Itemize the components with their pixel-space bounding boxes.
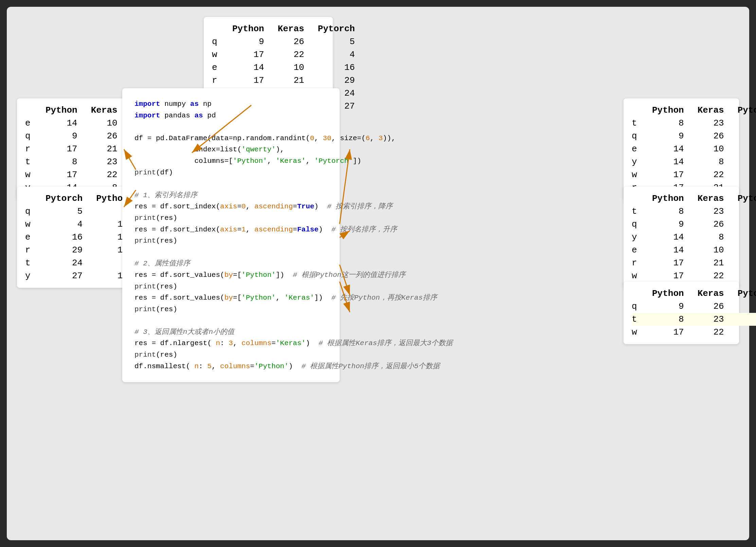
code-line: print(res) xyxy=(134,281,327,293)
table-row: w17224 xyxy=(632,326,756,339)
table-row: e141016 xyxy=(632,143,756,155)
table-row: q9265 xyxy=(212,35,362,48)
code-line: df = pd.DataFrame(data=np.random.randint… xyxy=(134,133,327,144)
main-background: Python Keras Pytorch q9265 w17224 e14101… xyxy=(7,7,749,540)
code-block: import numpy as np import pandas as pd d… xyxy=(122,88,340,382)
code-line: res = df.sort_index(axis=0, ascending=Tr… xyxy=(134,201,327,212)
code-line: df.nsmallest( n: 5, columns='Python') # … xyxy=(134,361,327,372)
code-line: # 3、返回属性n大或者n小的值 xyxy=(134,326,327,338)
code-line: # 2、属性值排序 xyxy=(134,258,327,269)
table-middle-left: Python Keras Pytorch e141016 q9265 r1721… xyxy=(17,98,132,200)
table-row: q9265 xyxy=(632,218,756,231)
code-line: res = df.sort_values(by=['Python']) # 根据… xyxy=(134,269,327,281)
code-line: res = df.sort_index(axis=1, ascending=Fa… xyxy=(134,224,327,235)
table-right-middle: Python Keras Pytorch t82324 q9265 y14827… xyxy=(624,187,739,288)
code-line: index=list('qwerty'), xyxy=(134,144,327,155)
table-row: t82324 xyxy=(632,117,756,130)
table-row: q9265 xyxy=(632,130,756,143)
code-line xyxy=(134,178,327,190)
table-row: q9265 xyxy=(632,300,756,313)
table-bottom-left: Pytorch Python Keras q5926 w41722 e16141… xyxy=(17,187,132,288)
code-line: print(res) xyxy=(134,304,327,315)
table-row: e141016 xyxy=(212,61,362,74)
code-line: # 1、索引列名排序 xyxy=(134,190,327,201)
table-right-bottom: Python Keras Pytorch q9265 t82324 w17224 xyxy=(624,282,739,344)
table-row: e141016 xyxy=(632,244,756,257)
table-row: y14827 xyxy=(632,155,756,168)
code-line xyxy=(134,121,327,133)
code-line: res = df.sort_values(by=['Python', 'Kera… xyxy=(134,292,327,304)
code-line: print(res) xyxy=(134,212,327,224)
table-row: w17224 xyxy=(212,48,362,61)
table-row: t82324 xyxy=(632,313,756,326)
table-row: w17224 xyxy=(632,269,756,282)
code-line: columns=['Python', 'Keras', 'Pytorch']) xyxy=(134,155,327,167)
code-line: print(res) xyxy=(134,349,327,361)
table-row: r172129 xyxy=(632,257,756,269)
table-right-top: Python Keras Pytorch t82324 q9265 e14101… xyxy=(624,98,739,200)
table-row: t82324 xyxy=(632,205,756,218)
code-line xyxy=(134,247,327,258)
table-row: y14827 xyxy=(632,231,756,244)
code-line xyxy=(134,315,327,326)
code-line: res = df.nlargest( n: 3, columns='Keras'… xyxy=(134,338,327,349)
table-row: r172129 xyxy=(212,74,362,87)
code-line: import pandas as pd xyxy=(134,110,327,121)
code-line: print(df) xyxy=(134,167,327,178)
table-row: w17224 xyxy=(632,168,756,181)
svg-line-6 xyxy=(340,265,350,295)
code-line: print(res) xyxy=(134,235,327,247)
code-line: import numpy as np xyxy=(134,98,327,110)
